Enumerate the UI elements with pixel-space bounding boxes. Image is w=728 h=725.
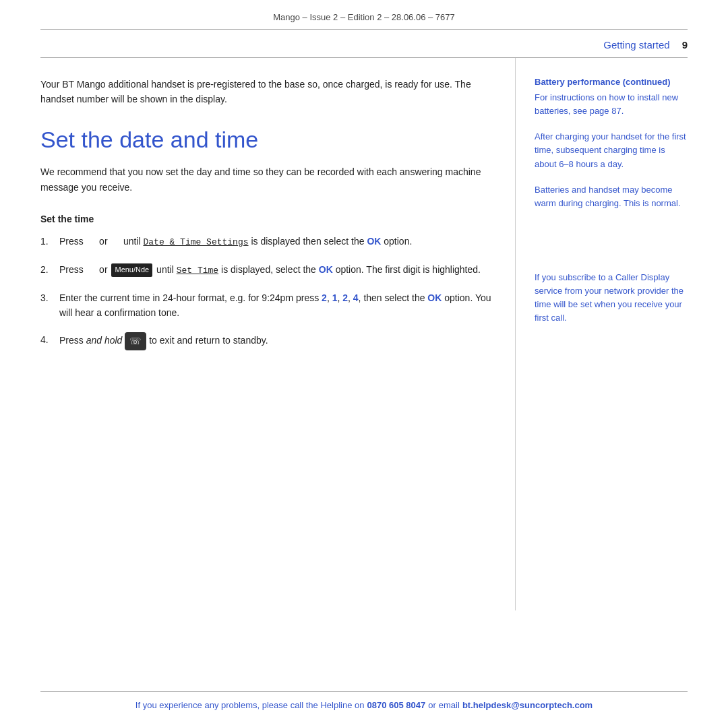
num-2: 2 <box>322 292 327 303</box>
step-3: 3. Enter the current time in 24-hour for… <box>40 290 495 321</box>
page-footer: If you experience any problems, please c… <box>40 691 688 710</box>
phone-icon: ☏ <box>125 332 146 350</box>
battery-text-3: Batteries and handset may become warm du… <box>535 183 688 210</box>
ok-label-3: OK <box>427 292 442 303</box>
footer-or: or <box>428 700 436 710</box>
page-number: 9 <box>682 39 688 51</box>
section-header: Getting started 9 <box>0 30 728 57</box>
step-4-content: Press and hold ☏ to exit and return to s… <box>59 332 495 350</box>
step-2-content: Press or Menu/Nde until Set Time is disp… <box>59 262 495 278</box>
step-1: 1. Press or until Date & Time Settings i… <box>40 234 495 250</box>
footer-email: bt.helpdesk@suncorptech.com <box>462 700 593 710</box>
menu-badge: Menu/Nde <box>111 263 152 277</box>
battery-heading: Battery performance (continued) <box>535 77 688 87</box>
and-hold-text: and hold <box>86 335 123 346</box>
step-4: 4. Press and hold ☏ to exit and return t… <box>40 332 495 350</box>
num-2b: 2 <box>342 292 348 303</box>
step-3-num: 3. <box>40 290 59 305</box>
section-title: Getting started <box>603 39 669 51</box>
footer-phone: 0870 605 8047 <box>367 700 425 710</box>
ok-label-1: OK <box>367 236 381 247</box>
display-text-1: Date & Time Settings <box>143 237 248 247</box>
main-heading: Set the date and time <box>40 127 495 152</box>
steps-list: 1. Press or until Date & Time Settings i… <box>40 234 495 350</box>
step-1-content: Press or until Date & Time Settings is d… <box>59 234 495 250</box>
header-title: Mango – Issue 2 – Edition 2 – 28.06.06 –… <box>273 12 455 22</box>
display-text-2: Set Time <box>177 265 218 276</box>
step-4-num: 4. <box>40 332 59 347</box>
right-column: Battery performance (continued) For inst… <box>516 58 688 610</box>
battery-text-1: For instructions on how to install new b… <box>535 91 688 118</box>
step-2-num: 2. <box>40 262 59 277</box>
num-1: 1 <box>332 292 338 303</box>
num-4: 4 <box>353 292 359 303</box>
sub-heading: Set the time <box>40 214 495 224</box>
step-1-num: 1. <box>40 234 59 249</box>
left-column: Your BT Mango additional handset is pre-… <box>40 58 516 610</box>
recommend-text: We recommend that you now set the day an… <box>40 164 495 195</box>
sidebar-divider: If you subscribe to a Caller Display ser… <box>535 271 688 325</box>
footer-email-label: email <box>439 700 460 710</box>
step-2: 2. Press or Menu/Nde until Set Time is d… <box>40 262 495 278</box>
caller-display-text: If you subscribe to a Caller Display ser… <box>535 271 688 325</box>
main-layout: Your BT Mango additional handset is pre-… <box>0 58 728 610</box>
intro-text: Your BT Mango additional handset is pre-… <box>40 77 495 107</box>
footer-text: If you experience any problems, please c… <box>135 700 365 710</box>
ok-label-2: OK <box>319 264 333 275</box>
page-header: Mango – Issue 2 – Edition 2 – 28.06.06 –… <box>0 0 728 29</box>
battery-text-2: After charging your handset for the firs… <box>535 130 688 170</box>
footer-inner: If you experience any problems, please c… <box>40 700 688 710</box>
step-3-content: Enter the current time in 24-hour format… <box>59 290 495 321</box>
